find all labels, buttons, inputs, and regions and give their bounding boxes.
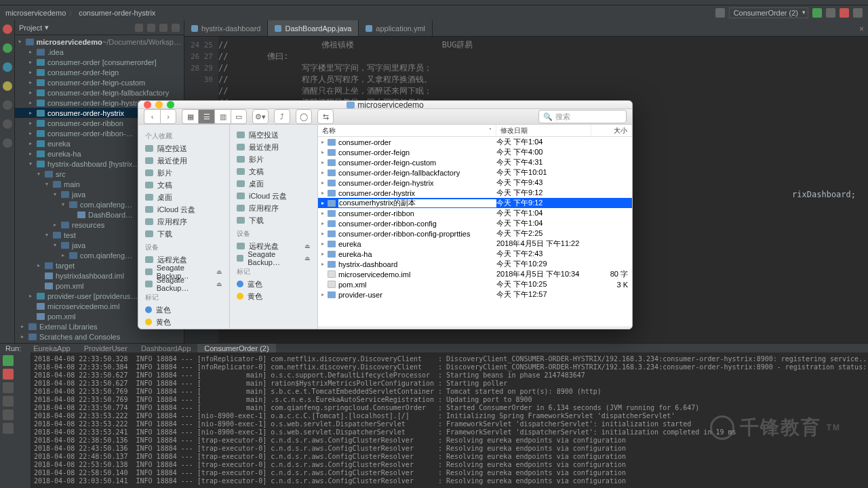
sidebar-item[interactable]: 最近使用 xyxy=(138,155,229,167)
view-list-button[interactable]: ☰ xyxy=(198,109,214,124)
sidebar-tag[interactable]: 黄色 xyxy=(230,290,317,302)
activity-icon[interactable] xyxy=(3,24,12,34)
forward-button[interactable]: › xyxy=(160,109,176,124)
finder-row[interactable]: microservicedemo.iml2018年4月5日 下午10:3480 … xyxy=(318,269,632,279)
sidebar-tag[interactable]: 蓝色 xyxy=(230,278,317,290)
finder-row[interactable]: ▸consumer-order-feign-custom今天 下午4:31 xyxy=(318,157,632,167)
run-tab[interactable]: ProviderUser xyxy=(77,344,134,352)
sidebar-item[interactable]: 下载 xyxy=(138,228,229,240)
sidebar-item[interactable]: 应用程序 xyxy=(230,202,317,214)
view-icon-button[interactable]: ▦ xyxy=(182,109,198,124)
activity-icon[interactable] xyxy=(3,138,12,148)
finder-row[interactable]: ▸consumer-order-ribbon今天 下午1:04 xyxy=(318,208,632,218)
arrange-button[interactable]: ⚙▾ xyxy=(252,109,269,124)
collapse-icon[interactable] xyxy=(147,24,155,32)
tree-item[interactable]: ▸consumer-order-feign xyxy=(15,67,184,77)
run-icon[interactable] xyxy=(812,8,822,18)
sidebar-item[interactable]: 应用程序 xyxy=(138,216,229,228)
tag-button[interactable]: ◯ xyxy=(296,109,312,124)
activity-icon[interactable] xyxy=(3,43,12,53)
rerun-icon[interactable] xyxy=(3,355,14,366)
run-config-dropdown[interactable]: ConsumerOrder (2) xyxy=(729,7,808,18)
sidebar-item[interactable]: 影片 xyxy=(138,167,229,179)
close-icon[interactable] xyxy=(3,423,14,434)
finder-row[interactable]: ▸consumer-order-hystrix今天 下午9:12 xyxy=(318,188,632,198)
tree-item[interactable]: ▸consumer-order-feign-custom xyxy=(15,77,184,87)
column-name[interactable]: 名称˄ xyxy=(318,125,496,136)
gear-icon[interactable] xyxy=(159,24,167,32)
sidebar-item[interactable]: 文稿 xyxy=(138,179,229,191)
sidebar-item[interactable]: Seagate Backup…⏏ xyxy=(230,252,317,264)
back-button[interactable]: ‹ xyxy=(144,109,160,124)
finder-list-header[interactable]: 名称˄ 修改日期 大小 xyxy=(318,125,632,137)
finder-row[interactable]: ▸consumer-order-feign-fallbackfactory今天 … xyxy=(318,167,632,178)
sidebar-item[interactable]: 最近使用 xyxy=(230,141,317,153)
tree-item[interactable]: ▸Scratches and Consoles xyxy=(15,331,184,342)
action-button[interactable]: ⤴ xyxy=(274,109,290,124)
finder-sidebar-secondary[interactable]: 隔空投送最近使用影片文稿桌面iCloud 云盘应用程序下载设备远程光盘⏏Seag… xyxy=(230,125,318,329)
sidebar-item[interactable]: iCloud 云盘 xyxy=(138,203,229,216)
view-column-button[interactable]: ▥ xyxy=(214,109,231,124)
sidebar-item[interactable]: 桌面 xyxy=(138,191,229,203)
finder-row[interactable]: ▸provider-user今天 下午12:57 xyxy=(318,289,632,300)
close-icon[interactable]: × xyxy=(859,24,864,34)
activity-icon[interactable] xyxy=(3,62,12,72)
breadcrumb-root[interactable]: microservicedemo xyxy=(5,9,66,17)
sidebar-item[interactable]: 隔空投送 xyxy=(230,129,317,141)
build-icon[interactable] xyxy=(715,8,725,18)
finder-list-body[interactable]: ▸consumer-order今天 下午1:04▸consumer-order-… xyxy=(318,137,632,327)
run-tab[interactable]: ConsumerOrder (2) xyxy=(197,344,275,352)
sidebar-item[interactable]: Seagate Backup…⏏ xyxy=(138,278,229,290)
tree-item[interactable]: ▸consumer-order-feign-fallbackfactory xyxy=(15,87,184,98)
breadcrumb-item[interactable]: consumer-order-hystrix xyxy=(79,9,155,17)
activity-icon[interactable] xyxy=(3,119,12,129)
editor-tab[interactable]: hystrix-dashboard xyxy=(184,20,268,36)
finder-row[interactable]: ▸consumer-order-ribbon-config-proprtties… xyxy=(318,228,632,239)
finder-row[interactable]: ▸consumer-order-ribbon-config今天 下午1:04 xyxy=(318,218,632,228)
sidebar-item[interactable]: 下载 xyxy=(230,214,317,226)
restore-icon[interactable] xyxy=(3,409,14,420)
finder-row[interactable]: ▸eureka-ha今天 下午2:43 xyxy=(318,249,632,259)
finder-sidebar[interactable]: 个人收藏隔空投送最近使用影片文稿桌面iCloud 云盘应用程序下载设备远程光盘S… xyxy=(138,125,230,329)
debug-icon[interactable] xyxy=(826,8,835,18)
dropbox-button[interactable]: ⇆ xyxy=(317,109,334,124)
editor-tab[interactable]: application.yml xyxy=(359,20,433,36)
hide-icon[interactable] xyxy=(172,24,180,32)
tree-root[interactable]: ▾microservicedemo ~/Documents/Worksp… xyxy=(15,37,184,47)
finder-titlebar[interactable]: microservicedemo xyxy=(138,101,632,109)
tree-item[interactable]: ▸consumer-order [consumerorder] xyxy=(15,57,184,67)
column-size[interactable]: 大小 xyxy=(591,125,632,136)
finder-row[interactable]: ▸consumer-order-feign-hystrix今天 下午9:43 xyxy=(318,178,632,188)
stop-icon[interactable] xyxy=(840,8,849,18)
sidebar-tag[interactable]: 黄色 xyxy=(138,316,229,328)
run-tab[interactable]: EurekaApp xyxy=(26,344,77,352)
view-gallery-button[interactable]: ▭ xyxy=(231,109,247,124)
stop-icon[interactable] xyxy=(3,369,14,380)
search-icon[interactable] xyxy=(853,8,863,18)
scrollbar[interactable] xyxy=(318,327,632,329)
sidebar-item[interactable]: 隔空投送 xyxy=(138,142,229,155)
dump-icon[interactable] xyxy=(3,396,14,407)
column-date[interactable]: 修改日期 xyxy=(496,125,591,136)
sidebar-item[interactable]: 影片 xyxy=(230,153,317,165)
sidebar-tag[interactable]: 蓝色 xyxy=(138,304,229,316)
finder-row[interactable]: ▸consumer-order今天 下午1:04 xyxy=(318,137,632,147)
finder-search[interactable]: 🔍 搜索 xyxy=(538,110,627,123)
rename-input[interactable] xyxy=(338,199,496,207)
sidebar-item[interactable]: iCloud 云盘 xyxy=(230,190,317,202)
sidebar-item[interactable]: 桌面 xyxy=(230,178,317,190)
activity-icon[interactable] xyxy=(3,100,12,110)
finder-row[interactable]: ▸eureka2018年4月5日 下午11:22 xyxy=(318,239,632,249)
tree-item[interactable]: ▸.idea xyxy=(15,47,184,57)
sidebar-item[interactable]: 文稿 xyxy=(230,165,317,178)
editor-tab[interactable]: DashBoardApp.java xyxy=(268,20,359,36)
finder-row[interactable]: ▸今天 下午9:12 xyxy=(318,198,632,208)
run-tab[interactable]: DashboardApp xyxy=(134,344,197,352)
locate-icon[interactable] xyxy=(135,24,143,32)
finder-row[interactable]: ▸hystrix-dashboard今天 下午10:29 xyxy=(318,259,632,269)
finder-window[interactable]: microservicedemo ‹ › ▦ ☰ ▥ ▭ ⚙▾ ⤴ ◯ ⇆ 🔍 … xyxy=(138,100,633,329)
activity-icon[interactable] xyxy=(3,81,12,91)
finder-row[interactable]: ▸consumer-order-feign今天 下午4:00 xyxy=(318,147,632,157)
finder-row[interactable]: pom.xml今天 下午10:253 K xyxy=(318,279,632,289)
pause-icon[interactable] xyxy=(3,382,14,393)
